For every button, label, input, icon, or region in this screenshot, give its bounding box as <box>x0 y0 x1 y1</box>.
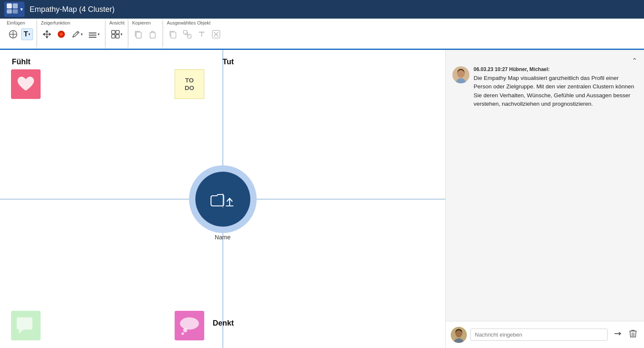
paste-button[interactable] <box>146 28 159 41</box>
svg-rect-13 <box>116 30 119 34</box>
copy-button[interactable] <box>132 28 145 41</box>
svg-rect-1 <box>13 3 18 8</box>
svg-point-25 <box>180 318 199 329</box>
center-name-label: Name <box>215 234 230 241</box>
svg-rect-24 <box>17 318 32 329</box>
svg-rect-19 <box>184 30 187 34</box>
center-circle-outer[interactable] <box>189 165 257 233</box>
svg-rect-16 <box>136 32 141 38</box>
obj-text-button[interactable] <box>195 28 208 41</box>
scroll-up-button[interactable]: ⌃ <box>632 57 637 65</box>
toolbar-group-ansicht: Ansicht ▾ <box>106 19 128 49</box>
quadrant-label-tut: Tut <box>222 58 234 66</box>
view-tool-button[interactable]: ▾ <box>109 28 124 41</box>
svg-rect-14 <box>112 35 115 38</box>
move-tool-button[interactable] <box>41 28 53 41</box>
main-layout: Fühlt Tut TODO Sagt Denkt <box>0 50 644 348</box>
record-tool-button[interactable] <box>55 28 68 41</box>
app-logo-button[interactable]: ▾ <box>4 2 25 17</box>
right-panel: ⌃ 06.03.23 10:27 <box>445 50 644 348</box>
toolbar-group-zeiger: Zeigerfunktion ▾ <box>37 19 105 49</box>
obj-copy-button[interactable] <box>167 28 179 41</box>
group-label-einfuegen: Einfügen <box>7 20 25 25</box>
svg-rect-12 <box>112 30 115 34</box>
canvas-area[interactable]: Fühlt Tut TODO Sagt Denkt <box>0 50 445 348</box>
center-icons-area <box>209 190 236 208</box>
svg-rect-3 <box>13 9 18 14</box>
todo-sticky-note[interactable]: TODO <box>175 69 204 99</box>
app-logo-icon <box>6 3 19 16</box>
insert-text-button[interactable]: T ▾ <box>21 28 33 40</box>
toolbar-group-einfuegen: Einfügen T ▾ <box>3 19 37 49</box>
comment-meta-block: 06.03.23 10:27 Hübner, Michael: Die Empa… <box>474 66 637 108</box>
svg-rect-15 <box>116 35 119 38</box>
center-circle-inner <box>195 172 250 227</box>
comment-header: 06.03.23 10:27 Hübner, Michael: Die Empa… <box>452 66 637 108</box>
group-label-zeiger: Zeigerfunktion <box>41 20 70 25</box>
toolbar-group-kopieren: Kopieren <box>129 19 163 49</box>
svg-rect-17 <box>150 33 155 38</box>
fuehlt-sticky-note[interactable] <box>11 69 41 99</box>
obj-move-button[interactable] <box>181 28 194 41</box>
quadrant-label-denkt: Denkt <box>213 319 234 328</box>
app-title: Empathy-Map (4 Cluster) <box>30 5 115 14</box>
toolbar-group-objekt: Ausgewähltes Objekt <box>163 19 226 49</box>
toolbar: Einfügen T ▾ Zeigerfunktion <box>0 19 644 50</box>
center-icons-svg <box>209 190 236 208</box>
sagt-sticky-note[interactable] <box>11 311 41 340</box>
denkt-sticky-note[interactable] <box>175 311 204 340</box>
comment-timestamp-author: 06.03.23 10:27 Hübner, Michael: <box>474 66 637 72</box>
text-caret-icon: ▾ <box>28 32 30 36</box>
draw-tool-button[interactable]: ▾ <box>69 28 85 41</box>
text-icon: T <box>24 30 28 38</box>
comment-body: Die Empathy Map visualisiert ganzheitlic… <box>474 74 637 108</box>
delete-message-button[interactable] <box>627 327 639 342</box>
line-tool-button[interactable]: ▾ <box>86 28 101 41</box>
svg-rect-0 <box>7 3 12 8</box>
quadrant-label-fuehlt: Fühlt <box>12 58 30 66</box>
obj-delete-button[interactable] <box>210 28 222 41</box>
commenter-avatar <box>452 66 469 83</box>
message-input-area <box>446 321 644 348</box>
group-label-kopieren: Kopieren <box>132 20 151 25</box>
send-message-button[interactable] <box>611 327 624 342</box>
svg-point-8 <box>60 33 63 36</box>
sender-avatar <box>451 327 467 343</box>
dropdown-caret-icon: ▾ <box>20 6 23 12</box>
insert-shape-button[interactable] <box>7 28 19 41</box>
svg-rect-20 <box>188 35 191 38</box>
comment-area: ⌃ 06.03.23 10:27 <box>446 50 644 321</box>
svg-point-26 <box>183 328 187 332</box>
svg-rect-18 <box>171 32 176 38</box>
group-label-objekt: Ausgewähltes Objekt <box>167 20 210 25</box>
svg-point-27 <box>181 332 184 335</box>
group-label-ansicht: Ansicht <box>109 20 124 25</box>
app-bar: ▾ Empathy-Map (4 Cluster) <box>0 0 644 19</box>
message-input-field[interactable] <box>470 329 608 341</box>
todo-text: TODO <box>185 77 195 92</box>
svg-rect-2 <box>7 9 12 14</box>
